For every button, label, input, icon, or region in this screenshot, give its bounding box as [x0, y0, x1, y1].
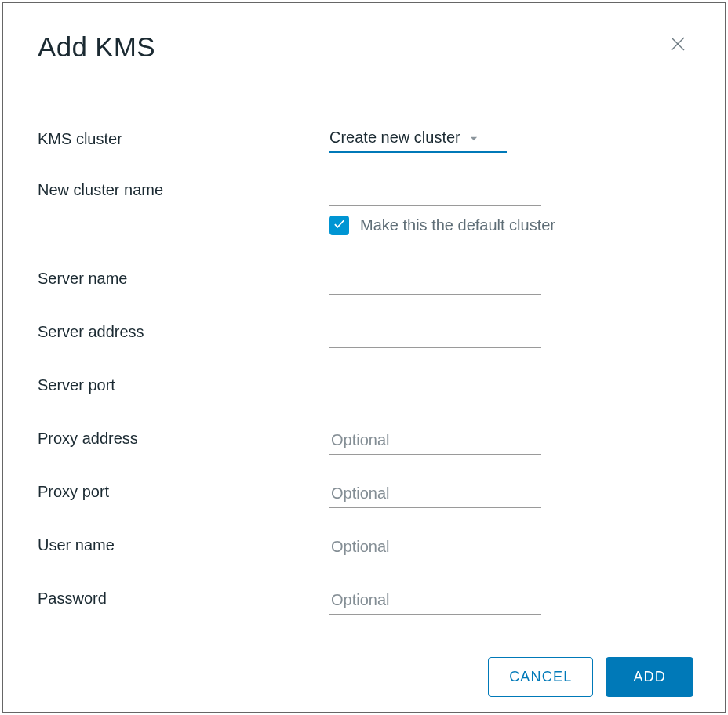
server-address-label: Server address — [38, 321, 329, 341]
modal-footer: CANCEL ADD — [3, 657, 725, 715]
user-name-label: User name — [38, 535, 329, 554]
chevron-down-icon — [468, 133, 479, 144]
checkmark-icon — [333, 217, 346, 234]
server-port-input[interactable] — [329, 375, 541, 401]
user-name-input[interactable] — [329, 535, 541, 561]
default-cluster-checkbox[interactable] — [329, 216, 349, 235]
server-name-row: Server name — [38, 268, 690, 295]
kms-cluster-row: KMS cluster Create new cluster — [38, 129, 690, 153]
server-name-input[interactable] — [329, 268, 541, 295]
modal-header: Add KMS — [3, 3, 725, 63]
close-button[interactable] — [665, 31, 690, 56]
proxy-address-row: Proxy address — [38, 428, 690, 455]
password-input[interactable] — [329, 588, 541, 615]
new-cluster-name-label: New cluster name — [38, 180, 329, 199]
user-name-row: User name — [38, 535, 690, 561]
proxy-port-row: Proxy port — [38, 481, 690, 508]
server-name-label: Server name — [38, 268, 329, 288]
server-port-row: Server port — [38, 375, 690, 401]
kms-cluster-label: KMS cluster — [38, 129, 329, 148]
kms-cluster-select[interactable]: Create new cluster — [329, 129, 507, 153]
modal-body: KMS cluster Create new cluster New clust… — [3, 63, 725, 657]
add-kms-modal: Add KMS KMS cluster Create new cluster N… — [2, 2, 726, 713]
cancel-button[interactable]: CANCEL — [488, 657, 593, 697]
server-port-label: Server port — [38, 375, 329, 394]
proxy-port-input[interactable] — [329, 481, 541, 508]
proxy-port-label: Proxy port — [38, 481, 329, 501]
proxy-address-label: Proxy address — [38, 428, 329, 448]
new-cluster-name-row: New cluster name — [38, 180, 690, 206]
proxy-address-input[interactable] — [329, 428, 541, 455]
server-address-row: Server address — [38, 321, 690, 348]
default-cluster-row: Make this the default cluster — [329, 216, 690, 235]
password-row: Password — [38, 588, 690, 615]
password-label: Password — [38, 588, 329, 608]
kms-cluster-selected-value: Create new cluster — [329, 129, 460, 147]
new-cluster-name-input[interactable] — [329, 180, 541, 206]
server-address-input[interactable] — [329, 321, 541, 348]
add-button[interactable]: ADD — [606, 657, 693, 697]
modal-title: Add KMS — [38, 31, 155, 63]
default-cluster-label[interactable]: Make this the default cluster — [360, 216, 555, 234]
